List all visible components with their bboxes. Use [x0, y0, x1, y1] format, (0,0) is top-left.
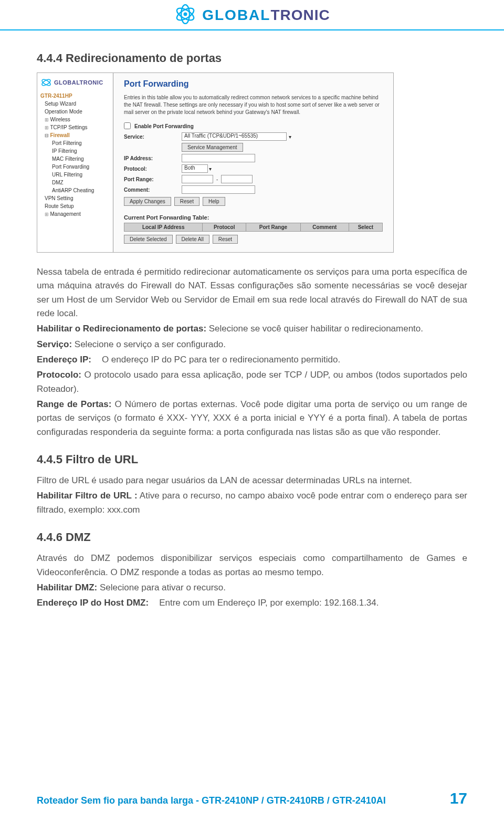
port-range-start-input[interactable]: [182, 175, 213, 183]
nav-port-forwarding[interactable]: Port Forwarding: [37, 163, 113, 171]
th-select: Select: [349, 223, 382, 232]
router-brand: GLOBALTRONIC: [37, 75, 113, 92]
brand-text: GLOBALTRONIC: [202, 7, 330, 24]
nav-url-filtering[interactable]: URL Filtering: [37, 171, 113, 179]
page-footer: Roteador Sem fio para banda larga - GTR-…: [37, 789, 467, 807]
ip-label: IP Address:: [124, 155, 182, 161]
p-endereco-text: O endereço IP do PC para ter o redirecio…: [102, 355, 340, 365]
p-servico-label: Serviço:: [37, 339, 72, 349]
panel-title: Port Forwarding: [124, 79, 383, 89]
enable-port-forwarding-checkbox[interactable]: [124, 122, 131, 129]
apply-changes-button[interactable]: Apply Changes: [124, 197, 171, 206]
brand-text-part1: GLOBAL: [202, 7, 270, 23]
delete-all-button[interactable]: Delete All: [176, 235, 209, 244]
service-label: Service:: [124, 134, 182, 140]
nav-route[interactable]: Route Setup: [37, 202, 113, 210]
section-445-title: 4.4.5 Filtro de URL: [37, 453, 467, 466]
p-446-endereco-label: Endereço IP do Host DMZ:: [37, 598, 149, 608]
nav-port-filtering[interactable]: Port Filtering: [37, 139, 113, 147]
p-446-habilitar-text: Selecione para ativar o recurso.: [97, 582, 226, 592]
p-intro: Nessa tabela de entrada é permitido redi…: [37, 265, 467, 320]
enable-label: Enable Port Forwarding: [134, 123, 194, 129]
router-main-panel: Port Forwarding Entries in this table al…: [113, 73, 393, 252]
section-446-body: Através do DMZ podemos disponibilizar se…: [37, 552, 467, 610]
page-number: 17: [450, 789, 467, 807]
protocol-label: Protocol:: [124, 166, 182, 172]
table-reset-button[interactable]: Reset: [213, 235, 238, 244]
brand-text-part2: TRONIC: [270, 7, 330, 23]
p-445-habilitar-label: Habilitar Filtro de URL :: [37, 491, 138, 501]
svg-point-3: [184, 13, 187, 16]
nav-wireless[interactable]: Wireless: [37, 116, 113, 123]
th-ip: Local IP Address: [124, 223, 203, 232]
service-management-button[interactable]: Service Management: [182, 143, 243, 152]
protocol-select[interactable]: Both: [182, 164, 208, 173]
nav-setup-wizard[interactable]: Setup Wizard: [37, 100, 113, 108]
nav-management[interactable]: Management: [37, 210, 113, 218]
p-habilitar-text: Selecione se você quiser habilitar o red…: [206, 324, 423, 334]
p-protocolo-label: Protocolo:: [37, 370, 81, 380]
nav-ip-filtering[interactable]: IP Filtering: [37, 147, 113, 155]
nav-operation-mode[interactable]: Operation Mode: [37, 108, 113, 116]
p-servico-text: Selecione o serviço a ser configurado.: [72, 339, 226, 349]
nav-vpn[interactable]: VPN Setting: [37, 194, 113, 202]
router-nav: GLOBALTRONIC GTR-2411HP Setup Wizard Ope…: [37, 73, 113, 252]
help-button[interactable]: Help: [203, 197, 225, 206]
brand-logo: GLOBALTRONIC: [174, 4, 330, 26]
port-range-end-input[interactable]: [221, 175, 253, 183]
current-table-title: Current Port Forwarding Table:: [124, 214, 383, 221]
th-protocol: Protocol: [203, 223, 246, 232]
p-446-intro: Através do DMZ podemos disponibilizar se…: [37, 552, 467, 579]
nav-firewall[interactable]: Firewall: [37, 131, 113, 139]
nav-antiarp[interactable]: AntiARP Cheating: [37, 186, 113, 194]
port-forwarding-table: Local IP Address Protocol Port Range Com…: [124, 223, 383, 232]
reset-button[interactable]: Reset: [174, 197, 200, 206]
p-protocolo-text: O protocolo usado para essa aplicação, p…: [37, 370, 467, 393]
comment-input[interactable]: [182, 185, 255, 194]
section-444-body: Nessa tabela de entrada é permitido redi…: [37, 265, 467, 439]
th-port-range: Port Range: [246, 223, 301, 232]
page-content: 4.4.4 Redirecionamento de portas GLOBALT…: [0, 30, 504, 610]
section-445-body: Filtro de URL é usado para negar usuário…: [37, 474, 467, 517]
service-select[interactable]: All Traffic (TCP&UDP/1~65535): [182, 132, 287, 141]
comment-label: Comment:: [124, 187, 182, 193]
p-habilitar-label: Habilitar o Redirecionamento de portas:: [37, 324, 206, 334]
p-446-endereco-text: Entre com um Endereço IP, por exemplo: 1…: [159, 598, 379, 608]
p-446-habilitar-label: Habilitar DMZ:: [37, 582, 97, 592]
nav-model: GTR-2411HP: [37, 92, 113, 100]
section-446-title: 4.4.6 DMZ: [37, 530, 467, 544]
section-444-title: 4.4.4 Redirecionamento de portas: [37, 51, 467, 65]
nav-mac-filtering[interactable]: MAC Filtering: [37, 155, 113, 163]
globaltronic-icon: [174, 4, 197, 26]
port-range-label: Port Range:: [124, 176, 182, 182]
th-comment: Comment: [300, 223, 349, 232]
p-endereco-label: Endereço IP:: [37, 355, 91, 365]
nav-tcpip[interactable]: TCP/IP Settings: [37, 123, 113, 131]
ip-input[interactable]: [182, 154, 255, 162]
footer-text: Roteador Sem fio para banda larga - GTR-…: [37, 795, 386, 806]
page-header: GLOBALTRONIC: [0, 0, 504, 30]
p-445-intro: Filtro de URL é usado para negar usuário…: [37, 474, 467, 487]
panel-description: Entries in this table allow you to autom…: [124, 94, 383, 116]
router-screenshot: GLOBALTRONIC GTR-2411HP Setup Wizard Ope…: [37, 72, 394, 253]
p-range-label: Range de Portas:: [37, 399, 111, 409]
delete-selected-button[interactable]: Delete Selected: [124, 235, 173, 244]
nav-dmz[interactable]: DMZ: [37, 179, 113, 186]
